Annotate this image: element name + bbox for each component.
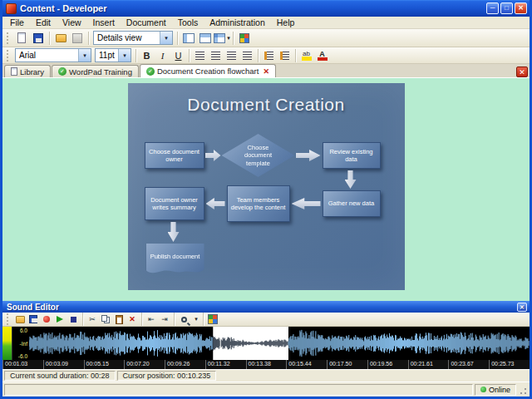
- menu-tools[interactable]: Tools: [172, 17, 204, 28]
- toolbar-grip[interactable]: [7, 32, 11, 44]
- zoom-options-button[interactable]: ▾: [190, 313, 200, 326]
- chevron-down-icon: ▾: [227, 35, 230, 42]
- bullet-list-button[interactable]: [261, 48, 277, 62]
- save-button[interactable]: [30, 30, 47, 46]
- font-size-value: 11pt: [99, 51, 115, 60]
- align-left-button[interactable]: [192, 48, 208, 62]
- toolbar-grip[interactable]: [7, 50, 11, 62]
- save-icon: [33, 33, 43, 43]
- stop-button[interactable]: [66, 313, 80, 326]
- menu-administration[interactable]: Administration: [204, 17, 271, 28]
- toolbar-separator: [135, 49, 136, 62]
- menu-help[interactable]: Help: [271, 17, 301, 28]
- maximize-button[interactable]: □: [500, 2, 513, 14]
- menu-view[interactable]: View: [57, 17, 87, 28]
- db-scale-mid: -Inf: [14, 341, 27, 347]
- copy-button[interactable]: [99, 313, 112, 326]
- flowchart-image[interactable]: Document Creation Choose document owner …: [128, 83, 405, 290]
- close-tab-icon[interactable]: ✕: [263, 67, 269, 76]
- chevron-down-icon[interactable]: ▾: [118, 49, 131, 62]
- timeline-label: 00:03.09: [43, 360, 84, 369]
- tab-wordpad-training[interactable]: ✓ WordPad Training: [52, 65, 139, 77]
- document-canvas[interactable]: Document Creation Choose document owner …: [2, 78, 530, 301]
- menu-edit[interactable]: Edit: [30, 17, 57, 28]
- underline-button[interactable]: U: [170, 48, 186, 62]
- node-document-owner-writes-summary: Document owner writes summary: [145, 187, 204, 220]
- timeline-label: 00:13.38: [246, 360, 287, 369]
- sound-editor-title: Sound Editor: [7, 303, 59, 312]
- record-icon: [43, 316, 50, 323]
- toolbar-grip[interactable]: [7, 313, 11, 325]
- align-center-button[interactable]: [208, 48, 224, 62]
- numbered-list-icon: [280, 52, 289, 60]
- node-choose-document-owner: Choose document owner: [145, 142, 204, 169]
- save-icon: [29, 315, 37, 323]
- layout-quad-button[interactable]: ▾: [214, 30, 230, 46]
- sound-editor-title-bar: Sound Editor ✕: [2, 301, 530, 313]
- se-open-button[interactable]: [13, 313, 27, 326]
- properties-button[interactable]: [69, 30, 86, 46]
- cut-button[interactable]: ✂: [86, 313, 99, 326]
- highlight-button[interactable]: ab: [298, 48, 314, 62]
- play-icon: [57, 316, 63, 323]
- chevron-down-icon[interactable]: ▾: [160, 32, 172, 44]
- menu-insert[interactable]: Insert: [87, 17, 121, 28]
- view-mode-select[interactable]: Details view ▾: [93, 31, 173, 45]
- layout-split-vertical-icon: [183, 33, 195, 43]
- node-gather-new-data: Gather new data: [323, 190, 381, 217]
- toolbar-separator: [258, 49, 259, 62]
- play-button[interactable]: [53, 313, 66, 326]
- tab-library[interactable]: Library: [4, 65, 51, 77]
- tab-label: WordPad Training: [69, 67, 132, 76]
- properties-icon: [72, 33, 82, 43]
- toolbar-separator: [49, 32, 50, 45]
- arrow-down-icon: [345, 170, 357, 189]
- grid-icon: [239, 33, 249, 43]
- selection-start-button[interactable]: ⇤: [145, 313, 158, 326]
- chevron-down-icon[interactable]: ▾: [78, 49, 91, 62]
- se-options-button[interactable]: [206, 313, 219, 326]
- window-options-button[interactable]: [236, 30, 253, 46]
- paste-button[interactable]: [112, 313, 126, 326]
- close-button[interactable]: ✕: [515, 2, 527, 14]
- delete-button[interactable]: ✕: [126, 313, 139, 326]
- resize-grip[interactable]: [518, 384, 528, 396]
- level-meter: [2, 327, 12, 360]
- align-left-icon: [195, 52, 204, 60]
- folder-icon: [56, 34, 66, 42]
- record-button[interactable]: [40, 313, 53, 326]
- timeline-ruler[interactable]: 00:01.03 00:03.09 00:05.15 00:07.20 00:0…: [2, 360, 530, 369]
- menu-document[interactable]: Document: [121, 17, 172, 28]
- selection-end-button[interactable]: ⇥: [158, 313, 171, 326]
- layout-single-button[interactable]: [180, 30, 197, 46]
- font-size-select[interactable]: 11pt ▾: [95, 48, 131, 62]
- align-justify-button[interactable]: [239, 48, 255, 62]
- timeline-label: 00:23.67: [448, 360, 489, 369]
- align-right-button[interactable]: [224, 48, 239, 62]
- toolbar-separator: [295, 49, 296, 62]
- waveform-display[interactable]: [29, 327, 530, 360]
- zoom-button[interactable]: [177, 313, 190, 326]
- toolbar-separator: [174, 313, 175, 326]
- italic-button[interactable]: I: [155, 48, 170, 62]
- se-save-button[interactable]: [27, 313, 40, 326]
- menu-file[interactable]: File: [4, 17, 30, 28]
- timeline-label: 00:19.56: [367, 360, 408, 369]
- font-family-select[interactable]: Arial ▾: [15, 48, 91, 62]
- new-document-icon: [17, 32, 26, 43]
- tabstrip-close-button[interactable]: ✕: [516, 66, 528, 77]
- minimize-button[interactable]: ─: [486, 2, 499, 14]
- timeline-label: 00:11.32: [205, 360, 246, 369]
- bold-button[interactable]: B: [139, 48, 155, 62]
- arrow-down-icon: [168, 222, 180, 242]
- chevron-down-icon: ▾: [195, 316, 198, 323]
- tab-document-creation-flowchart[interactable]: ✓ Document Creation flowchart ✕: [140, 64, 276, 77]
- numbered-list-button[interactable]: [277, 48, 293, 62]
- layout-split-button[interactable]: [197, 30, 214, 46]
- font-color-button[interactable]: A: [314, 48, 330, 62]
- timeline-label: 00:21.61: [408, 360, 449, 369]
- open-button[interactable]: [52, 30, 69, 46]
- timeline-label: 00:05.15: [84, 360, 125, 369]
- sound-editor-close-button[interactable]: ✕: [517, 303, 527, 312]
- new-document-button[interactable]: [13, 30, 30, 46]
